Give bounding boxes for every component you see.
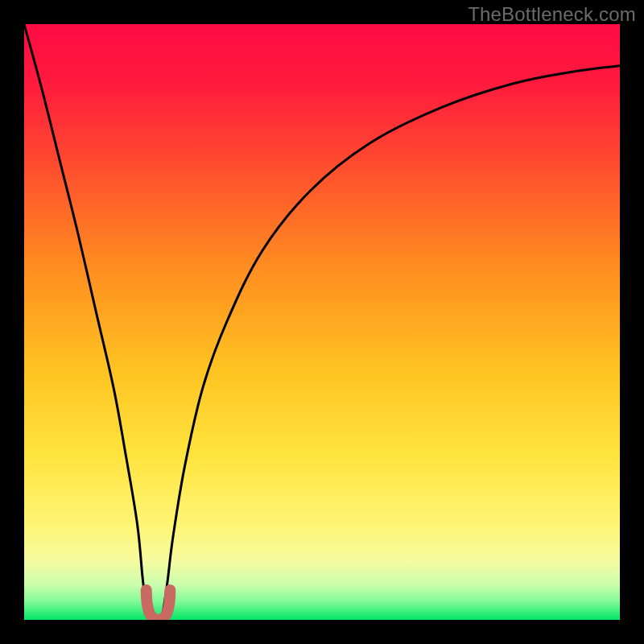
watermark-text: TheBottleneck.com <box>468 3 636 26</box>
gradient-background <box>24 24 620 620</box>
chart-frame: TheBottleneck.com <box>0 0 644 644</box>
plot-area <box>24 24 620 620</box>
chart-svg <box>24 24 620 620</box>
